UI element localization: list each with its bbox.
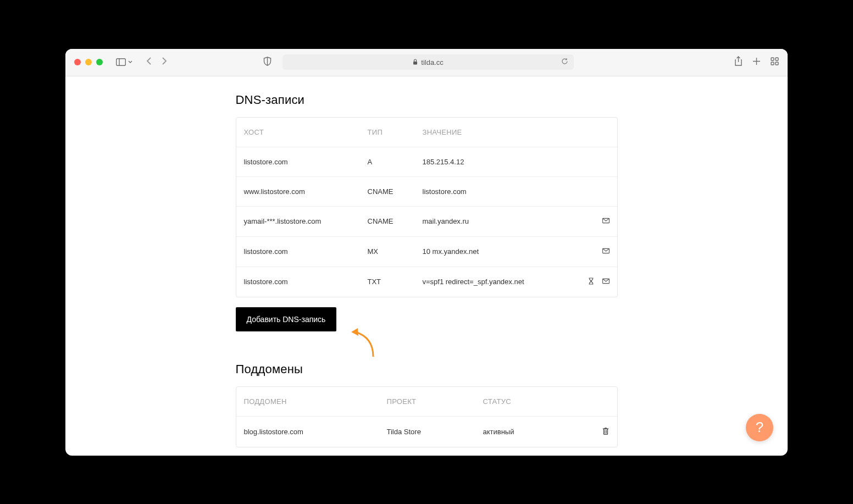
table-row[interactable]: www.listostore.comCNAMElistostore.com [236,176,617,206]
svg-rect-9 [776,62,778,65]
svg-rect-14 [603,429,607,434]
table-row[interactable]: listostore.comA185.215.4.12 [236,147,617,176]
cell-status: активный [483,428,588,436]
minimize-window-button[interactable] [85,59,92,65]
share-button[interactable] [734,56,743,68]
cell-value: 10 mx.yandex.net [423,247,577,256]
mail-icon-wrap [602,217,610,226]
subdomains-section-title: Поддомены [236,362,618,376]
mail-icon [602,247,610,254]
cell-type: CNAME [368,187,423,196]
tabs-overview-button[interactable] [771,57,779,68]
dns-table-header: ХОСТ ТИП ЗНАЧЕНИЕ [236,118,617,147]
table-row[interactable]: listostore.comTXTv=spf1 redirect=_spf.ya… [236,267,617,297]
browser-window: tilda.cc DNS-записи ХОСТ ТИП [65,49,788,456]
new-tab-button[interactable] [752,57,761,68]
table-row[interactable]: yamail-***.listostore.comCNAMEmail.yande… [236,206,617,236]
cell-host: listostore.com [244,158,368,166]
cell-subdomain: blog.listostore.com [244,428,387,436]
cell-type: TXT [368,278,423,286]
trash-icon [602,427,610,435]
nav-arrows [146,57,168,68]
sidebar-toggle[interactable] [116,58,132,66]
cell-host: yamail-***.listostore.com [244,217,368,225]
col-header-subdomain: ПОДДОМЕН [244,397,387,406]
grid-icon [771,57,779,65]
chevron-left-icon [146,57,152,65]
col-header-value: ЗНАЧЕНИЕ [423,128,577,136]
col-header-project: ПРОЕКТ [387,397,483,406]
svg-rect-6 [771,58,774,60]
cell-host: www.listostore.com [244,187,368,196]
annotation-arrow-icon [351,326,379,359]
add-dns-record-button[interactable]: Добавить DNS-запись [236,307,337,331]
chevron-right-icon [161,57,168,65]
mail-icon [602,278,610,285]
mail-icon [602,217,610,224]
subdomains-table-header: ПОДДОМЕН ПРОЕКТ СТАТУС [236,387,617,416]
privacy-shield-icon[interactable] [263,57,272,68]
cell-icons [577,278,610,286]
mail-icon-wrap [602,278,610,286]
table-row[interactable]: listostore.comMX10 mx.yandex.net [236,236,617,267]
cell-icons [577,247,610,256]
col-header-type: ТИП [368,128,423,136]
sidebar-icon [116,58,126,66]
svg-rect-8 [771,62,774,65]
cell-type: CNAME [368,217,423,225]
cell-icons [577,217,610,226]
svg-rect-3 [413,62,417,65]
cell-value: mail.yandex.ru [423,217,577,225]
dns-section-title: DNS-записи [236,93,618,107]
help-label: ? [756,419,763,436]
delete-button[interactable] [602,427,610,436]
dns-table: ХОСТ ТИП ЗНАЧЕНИЕ listostore.comA185.215… [236,117,618,297]
col-header-host: ХОСТ [244,128,368,136]
subdomains-table: ПОДДОМЕН ПРОЕКТ СТАТУС blog.listostore.c… [236,386,618,447]
url-bar[interactable]: tilda.cc [283,54,574,70]
svg-marker-13 [351,328,358,336]
cell-value: v=spf1 redirect=_spf.yandex.net [423,278,577,286]
traffic-lights [74,59,103,65]
cell-host: listostore.com [244,247,368,256]
close-window-button[interactable] [74,59,81,65]
cell-actions [588,427,610,436]
cell-host: listostore.com [244,278,368,286]
hourglass-icon [588,278,595,285]
svg-rect-7 [776,58,778,60]
cell-type: MX [368,247,423,256]
toolbar-right [734,56,779,68]
browser-toolbar: tilda.cc [65,49,788,76]
page-content: DNS-записи ХОСТ ТИП ЗНАЧЕНИЕ listostore.… [65,76,788,456]
cell-value: listostore.com [423,187,577,196]
table-row[interactable]: blog.listostore.comTilda Storeактивный [236,416,617,447]
chevron-down-icon [128,60,132,64]
share-icon [734,56,743,66]
maximize-window-button[interactable] [96,59,103,65]
pending-icon-wrap [588,278,595,286]
cell-type: A [368,158,423,166]
col-header-status: СТАТУС [483,397,588,406]
svg-rect-0 [117,59,126,66]
lock-icon [413,59,418,66]
cell-project: Tilda Store [387,428,483,436]
back-button[interactable] [146,57,152,68]
forward-button[interactable] [161,57,168,68]
mail-icon-wrap [602,247,610,256]
url-text: tilda.cc [421,58,443,67]
plus-icon [752,57,761,65]
help-button[interactable]: ? [746,414,773,441]
cell-value: 185.215.4.12 [423,158,577,166]
reload-button[interactable] [561,58,568,67]
reload-icon [561,58,568,65]
